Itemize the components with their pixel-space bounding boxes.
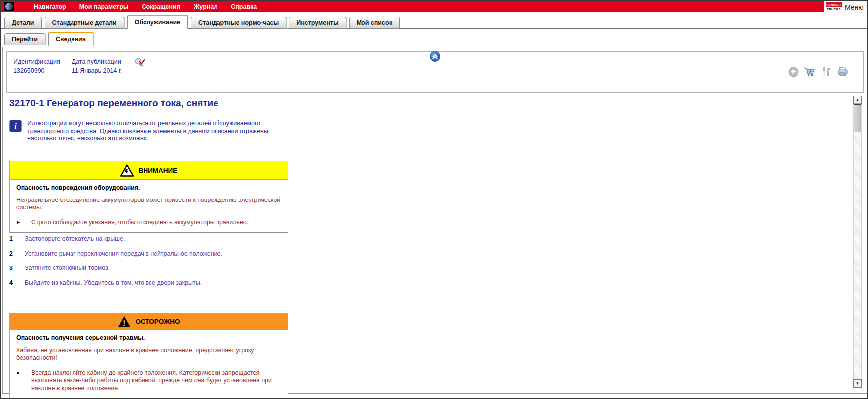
content-area: Идентификация 132650990 Дата публикации … <box>2 47 868 394</box>
warning-instruction: ► Всегда наклоняйте кабину до крайнего п… <box>16 369 281 393</box>
warning-danger-text: Опасность получения серьезной травмы. <box>16 334 281 342</box>
caution-header-label: ВНИМАНИЕ <box>139 167 178 174</box>
caution-instruction-text: Строго соблюдайте указания, чтобы отсоед… <box>31 219 281 227</box>
application-window: Навигатор Мои параметры Сокращения Журна… <box>0 0 868 399</box>
tab-my-list[interactable]: Мой список <box>349 17 400 29</box>
identification-column: Идентификация 132650990 <box>13 58 60 74</box>
info-note-text: Иллюстрации могут несколько отличаться о… <box>27 120 289 143</box>
step-text: Застопорьте обтекатель на крыше. <box>25 235 125 243</box>
publication-date-label: Дата публикации <box>72 58 122 65</box>
caution-danger-text: Опасность повреждения оборудования. <box>16 184 281 192</box>
top-bar-right: RENAULT TRUCKS Меню <box>824 1 867 13</box>
menu-journal[interactable]: Журнал <box>194 3 217 10</box>
scrollbar-thumb[interactable] <box>854 104 861 132</box>
menu-navigator[interactable]: Навигатор <box>34 3 66 10</box>
menu-my-parameters[interactable]: Мои параметры <box>79 3 129 10</box>
info-icon: i <box>9 120 22 132</box>
step-row: 1 Застопорьте обтекатель на крыше. <box>9 235 307 243</box>
identification-value: 132650990 <box>13 67 60 74</box>
scroll-down-button[interactable]: ▼ <box>853 379 862 388</box>
warning-box: ОСТОРОЖНО Опасность получения серьезной … <box>9 313 288 399</box>
brand-line-2: TRUCKS <box>826 7 842 11</box>
globe-sphere-icon <box>5 3 13 10</box>
tab-standard-hours[interactable]: Стандартные нормо-часы <box>191 17 286 29</box>
top-navigation: Навигатор Мои параметры Сокращения Журна… <box>34 3 257 10</box>
step-number: 4 <box>9 279 25 287</box>
warning-box-header: ОСТОРОЖНО <box>10 313 288 330</box>
tab-information[interactable]: Сведения <box>48 32 93 46</box>
tab-goto[interactable]: Перейти <box>4 33 45 45</box>
bullet-arrow-icon: ► <box>16 369 31 393</box>
cart-icon[interactable] <box>804 66 816 78</box>
identification-panel: Идентификация 132650990 Дата публикации … <box>6 51 864 93</box>
print-icon[interactable] <box>837 66 849 78</box>
menu-button[interactable]: Меню <box>845 3 864 11</box>
vertical-scrollbar[interactable]: ▲ ▼ <box>853 96 862 388</box>
scrollbar-track[interactable] <box>853 104 862 379</box>
caution-triangle-icon <box>120 164 134 177</box>
caution-instruction: ► Строго соблюдайте указания, чтобы отсо… <box>16 219 281 227</box>
search-check-icon[interactable] <box>134 57 145 74</box>
bullet-arrow-icon: ► <box>16 219 31 227</box>
article-title: 32170-1 Генератор переменного тока, снят… <box>9 98 218 109</box>
step-row: 4 Выйдите из кабины. Убедитесь в том, чт… <box>9 279 307 287</box>
sub-tab-bar: Перейти Сведения <box>1 31 868 45</box>
back-icon[interactable] <box>788 66 799 78</box>
step-row: 2 Установите рычаг переключения передач … <box>9 250 307 258</box>
publication-date-value: 11 Январь 2014 г. <box>72 67 122 74</box>
chevron-up-double-icon <box>432 53 438 60</box>
caution-body-text: Неправильное отсоединение аккумуляторов … <box>16 197 281 212</box>
info-note: i Иллюстрации могут несколько отличаться… <box>9 120 289 143</box>
main-tab-bar: Детали Стандартные детали Обслуживание С… <box>1 15 868 29</box>
identification-label: Идентификация <box>13 58 60 65</box>
identification-block: Идентификация 132650990 Дата публикации … <box>13 58 145 74</box>
step-text: Установите рычаг переключения передач в … <box>25 250 222 258</box>
top-menu-bar: Навигатор Мои параметры Сокращения Журна… <box>1 1 826 12</box>
step-text: Затяните стояночный тормоз. <box>25 265 110 272</box>
menu-help[interactable]: Справка <box>231 3 257 10</box>
warning-instruction-text: Всегда наклоняйте кабину до крайнего пол… <box>31 369 281 393</box>
menu-abbreviations[interactable]: Сокращения <box>142 3 181 10</box>
step-number: 2 <box>9 250 25 258</box>
brand-line-1: RENAULT <box>826 2 842 7</box>
step-row: 3 Затяните стояночный тормоз. <box>9 265 307 272</box>
publication-column: Дата публикации 11 Январь 2014 г. <box>72 58 122 74</box>
tab-service[interactable]: Обслуживание <box>127 15 188 29</box>
step-text: Выйдите из кабины. Убедитесь в том, что … <box>25 279 202 287</box>
scroll-up-button[interactable]: ▲ <box>853 96 862 104</box>
app-logo-icon[interactable] <box>4 2 14 11</box>
warning-body-text: Кабина, не установленная при наклоне в к… <box>16 347 281 362</box>
warning-header-label: ОСТОРОЖНО <box>136 318 180 325</box>
tab-details[interactable]: Детали <box>4 17 42 29</box>
step-number: 1 <box>9 235 25 243</box>
caution-box-body: Опасность повреждения оборудования. Непр… <box>10 180 288 232</box>
tab-tools[interactable]: Инструменты <box>289 17 346 29</box>
collapse-panel-button[interactable] <box>430 51 440 62</box>
tools-icon[interactable] <box>820 66 832 78</box>
renault-trucks-logo[interactable]: RENAULT TRUCKS <box>826 2 842 12</box>
step-number: 3 <box>9 265 25 272</box>
tab-standard-parts[interactable]: Стандартные детали <box>45 17 124 29</box>
warning-triangle-icon <box>118 316 131 328</box>
caution-box: ВНИМАНИЕ Опасность повреждения оборудова… <box>9 161 288 233</box>
header-action-icons <box>788 66 849 78</box>
warning-box-body: Опасность получения серьезной травмы. Ка… <box>10 330 288 398</box>
caution-box-header: ВНИМАНИЕ <box>10 161 288 180</box>
procedure-steps: 1 Застопорьте обтекатель на крыше. 2 Уст… <box>9 235 307 294</box>
